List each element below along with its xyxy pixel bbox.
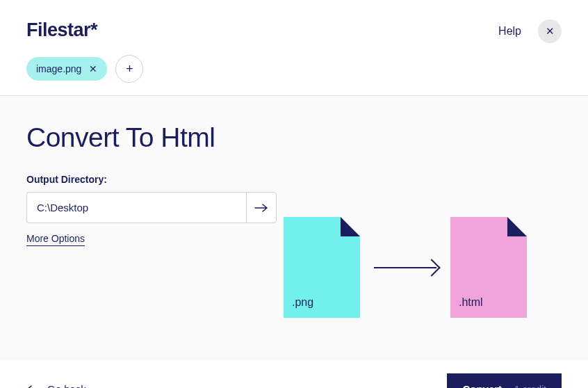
remove-file-icon[interactable]: ✕ [89, 64, 97, 74]
target-file-ext: .html [459, 296, 483, 309]
page-title: Convert To Html [26, 122, 277, 153]
conversion-illustration: .png .html [284, 122, 562, 360]
go-back-button[interactable]: Go back [26, 383, 86, 388]
arrow-right-icon [254, 204, 268, 212]
browse-directory-button[interactable] [246, 192, 277, 223]
source-file-ext: .png [292, 296, 313, 309]
file-pill[interactable]: image.png ✕ [26, 57, 107, 81]
close-window-button[interactable]: ✕ [538, 19, 562, 43]
plus-icon: + [126, 62, 133, 76]
credit-cost: 1 credit [514, 384, 546, 389]
arrow-right-icon [374, 267, 436, 268]
close-icon: ✕ [546, 25, 555, 38]
file-pill-name: image.png [36, 63, 81, 74]
file-fold-icon [341, 217, 360, 236]
app-logo: Filestar* [26, 19, 143, 41]
arrow-left-icon [26, 385, 39, 389]
output-directory-input[interactable] [26, 192, 246, 223]
convert-label: Convert [462, 383, 502, 388]
output-directory-label: Output Directory: [26, 174, 277, 185]
source-file-card: .png [284, 217, 360, 318]
target-file-card: .html [450, 217, 527, 318]
go-back-label: Go back [47, 383, 86, 388]
convert-button[interactable]: Convert 1 credit [447, 373, 562, 388]
add-file-button[interactable]: + [115, 55, 143, 83]
help-link[interactable]: Help [498, 25, 521, 38]
file-fold-icon [507, 217, 527, 236]
more-options-link[interactable]: More Options [26, 233, 85, 246]
